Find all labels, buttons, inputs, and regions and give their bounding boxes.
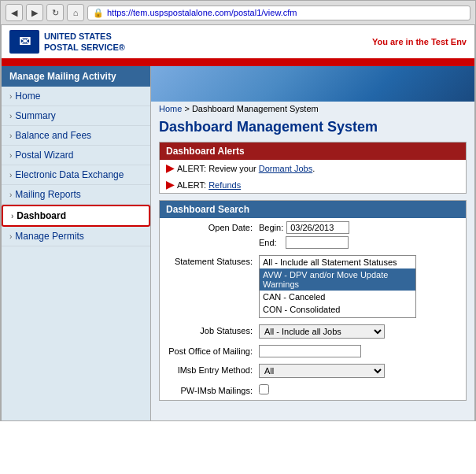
breadcrumb: Home > Dashboard Management System bbox=[151, 102, 474, 116]
alert-item-refunds: ▶ ALERT: Refunds bbox=[160, 176, 466, 193]
statement-statuses-list[interactable]: All - Include all Statement Statuses AVW… bbox=[259, 255, 416, 318]
open-date-label: Open Date: bbox=[166, 221, 253, 232]
alert-text-dormant: ALERT: Review your Dormant Jobs. bbox=[177, 164, 315, 173]
page-title: Dashboard Management System bbox=[159, 119, 467, 135]
chevron-right-icon: › bbox=[9, 191, 12, 199]
back-button[interactable]: ◀ bbox=[6, 4, 23, 21]
eagle-icon: ✉ bbox=[9, 30, 39, 54]
post-office-label: Post Office of Mailing: bbox=[166, 345, 253, 356]
alert-bullet-icon: ▶ bbox=[166, 179, 174, 191]
sidebar-item-mailing-reports[interactable]: › Mailing Reports bbox=[2, 185, 150, 205]
sidebar-item-home[interactable]: › Home bbox=[2, 87, 150, 106]
end-label: End: bbox=[259, 238, 282, 247]
sidebar-item-balance-fees[interactable]: › Balance and Fees bbox=[2, 126, 150, 146]
refunds-link[interactable]: Refunds bbox=[208, 180, 241, 190]
forward-button[interactable]: ▶ bbox=[26, 4, 43, 21]
content-area: Home > Dashboard Management System Dashb… bbox=[151, 66, 474, 420]
url-text: https://tem.uspspostalalone.com/postal1/… bbox=[107, 8, 297, 17]
alerts-header: Dashboard Alerts bbox=[160, 143, 466, 160]
chevron-right-icon: › bbox=[9, 232, 12, 241]
refresh-button[interactable]: ↻ bbox=[46, 4, 64, 21]
breadcrumb-current: Dashboard Management System bbox=[192, 104, 319, 113]
job-statuses-select[interactable]: All - Include all Jobs bbox=[259, 324, 385, 339]
begin-date-row: Begin: bbox=[259, 221, 459, 234]
chevron-right-icon: › bbox=[9, 92, 12, 101]
chevron-right-icon: › bbox=[9, 151, 12, 160]
browser-window: ◀ ▶ ↻ ⌂ 🔒 https://tem.uspspostalalone.co… bbox=[0, 0, 476, 421]
site-header: ✉ UNITED STATES POSTAL SERVICE® You are … bbox=[2, 25, 474, 60]
banner-image bbox=[151, 66, 474, 102]
imsb-method-row: IMsb Entry Method: All bbox=[160, 361, 466, 381]
job-statuses-label: Job Statuses: bbox=[166, 324, 253, 335]
status-option-err[interactable]: ERR - Failed on Submission bbox=[260, 316, 415, 318]
statement-statuses-label: Statement Statuses: bbox=[166, 255, 253, 266]
content-inner: Dashboard Management System Dashboard Al… bbox=[151, 116, 474, 409]
end-date-input[interactable] bbox=[286, 236, 349, 249]
post-office-controls bbox=[259, 345, 459, 357]
logo-text: UNITED STATES POSTAL SERVICE® bbox=[44, 31, 125, 54]
red-stripe bbox=[2, 60, 474, 66]
pw-imsb-checkbox[interactable] bbox=[259, 384, 269, 394]
statement-statuses-controls: All - Include all Statement Statuses AVW… bbox=[259, 255, 459, 318]
imsb-method-controls: All bbox=[259, 364, 459, 378]
begin-date-input[interactable] bbox=[286, 221, 349, 234]
chevron-right-icon: › bbox=[9, 112, 12, 120]
chevron-right-icon: › bbox=[11, 212, 13, 220]
status-option-con[interactable]: CON - Consolidated bbox=[260, 303, 415, 316]
chevron-right-icon: › bbox=[9, 171, 12, 180]
sidebar-item-dashboard[interactable]: › Dashboard bbox=[2, 205, 150, 227]
job-statuses-controls: All - Include all Jobs bbox=[259, 324, 459, 339]
env-warning: You are in the Test Env bbox=[372, 37, 467, 46]
sidebar-item-manage-permits[interactable]: › Manage Permits bbox=[2, 227, 150, 246]
lock-icon: 🔒 bbox=[93, 8, 104, 18]
post-office-row: Post Office of Mailing: bbox=[160, 342, 466, 361]
imsb-method-select[interactable]: All bbox=[259, 364, 385, 378]
open-date-row: Open Date: Begin: End: bbox=[160, 218, 466, 252]
usps-logo: ✉ UNITED STATES POSTAL SERVICE® bbox=[9, 30, 125, 54]
sidebar-item-summary[interactable]: › Summary bbox=[2, 106, 150, 126]
main-layout: Manage Mailing Activity › Home › Summary… bbox=[2, 66, 474, 420]
status-option-all[interactable]: All - Include all Statement Statuses bbox=[260, 256, 415, 268]
sidebar-item-postal-wizard[interactable]: › Postal Wizard bbox=[2, 146, 150, 165]
sidebar: Manage Mailing Activity › Home › Summary… bbox=[2, 66, 151, 420]
chevron-right-icon: › bbox=[9, 131, 12, 140]
status-option-can[interactable]: CAN - Canceled bbox=[260, 291, 415, 303]
search-header: Dashboard Search bbox=[160, 201, 466, 218]
statement-statuses-row: Statement Statuses: All - Include all St… bbox=[160, 252, 466, 321]
home-button[interactable]: ⌂ bbox=[67, 4, 84, 21]
pw-imsb-controls bbox=[259, 384, 459, 397]
sidebar-item-electronic-data[interactable]: › Electronic Data Exchange bbox=[2, 165, 150, 185]
alerts-box: Dashboard Alerts ▶ ALERT: Review your Do… bbox=[159, 142, 467, 194]
alert-item-dormant: ▶ ALERT: Review your Dormant Jobs. bbox=[160, 160, 466, 176]
date-controls: Begin: End: bbox=[259, 221, 459, 249]
address-bar[interactable]: 🔒 https://tem.uspspostalalone.com/postal… bbox=[87, 6, 470, 20]
begin-label: Begin: bbox=[259, 223, 283, 232]
sidebar-title: Manage Mailing Activity bbox=[2, 66, 150, 87]
imsb-method-label: IMsb Entry Method: bbox=[166, 364, 253, 375]
post-office-input[interactable] bbox=[259, 345, 361, 357]
alert-bullet-icon: ▶ bbox=[166, 162, 174, 174]
page-content: ✉ UNITED STATES POSTAL SERVICE® You are … bbox=[1, 25, 475, 421]
job-statuses-row: Job Statuses: All - Include all Jobs bbox=[160, 321, 466, 342]
status-option-avw[interactable]: AVW - DPV and/or Move Update Warnings bbox=[260, 268, 415, 291]
alert-text-refunds: ALERT: Refunds bbox=[177, 180, 241, 190]
browser-toolbar: ◀ ▶ ↻ ⌂ 🔒 https://tem.uspspostalalone.co… bbox=[1, 1, 475, 25]
breadcrumb-home-link[interactable]: Home bbox=[159, 104, 182, 113]
dormant-jobs-link[interactable]: Dormant Jobs bbox=[259, 164, 312, 173]
search-box: Dashboard Search Open Date: Begin: End bbox=[159, 200, 467, 401]
pw-imsb-label: PW-IMsb Mailings: bbox=[166, 384, 253, 395]
end-date-row: End: bbox=[259, 236, 459, 249]
breadcrumb-separator: > bbox=[184, 104, 191, 113]
pw-imsb-row: PW-IMsb Mailings: bbox=[160, 381, 466, 400]
